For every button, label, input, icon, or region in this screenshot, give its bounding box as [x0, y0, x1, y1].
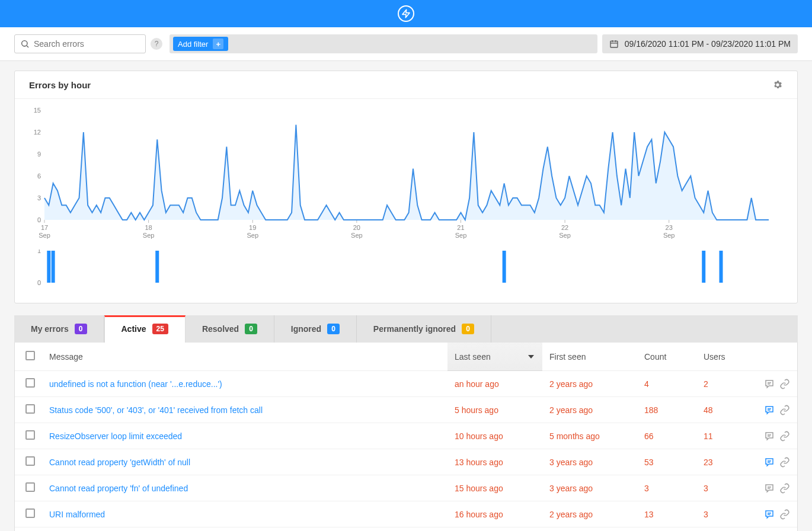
tab-count-badge: 25	[152, 324, 168, 334]
comment-icon[interactable]	[764, 509, 775, 520]
first-seen-cell: 7 months ago	[542, 527, 637, 532]
filter-bar[interactable]: Add filter +	[170, 34, 597, 53]
svg-text:Sep: Sep	[455, 232, 467, 239]
users-column-header[interactable]: Users	[696, 343, 756, 371]
row-checkbox[interactable]	[25, 404, 35, 414]
tab-label: Active	[122, 324, 146, 334]
first-seen-cell: 5 months ago	[542, 423, 637, 449]
comment-icon[interactable]	[764, 457, 775, 468]
svg-text:21: 21	[457, 224, 464, 231]
svg-text:20: 20	[353, 224, 360, 231]
tab-ignored[interactable]: Ignored0	[274, 315, 357, 343]
tab-my-errors[interactable]: My errors0	[14, 315, 104, 343]
svg-text:Sep: Sep	[663, 232, 675, 239]
svg-text:12: 12	[34, 129, 41, 136]
svg-rect-38	[155, 251, 159, 283]
link-icon[interactable]	[779, 379, 790, 389]
row-checkbox[interactable]	[25, 508, 35, 518]
chart-title: Errors by hour	[29, 80, 91, 90]
plus-icon: +	[213, 39, 223, 49]
link-icon[interactable]	[779, 431, 790, 442]
svg-text:22: 22	[561, 224, 568, 231]
help-icon[interactable]: ?	[151, 38, 162, 50]
row-checkbox[interactable]	[25, 456, 35, 466]
error-message-link[interactable]: ResizeObserver loop limit exceeded	[49, 431, 182, 441]
last-seen-column-header[interactable]: Last seen	[447, 343, 542, 371]
tab-resolved[interactable]: Resolved0	[186, 315, 274, 343]
svg-rect-37	[52, 251, 55, 283]
error-message-link[interactable]: undefined is not a function (near '...e.…	[49, 379, 222, 389]
errors-list-panel: My errors0Active25Resolved0Ignored0Perma…	[14, 315, 798, 531]
tab-label: Resolved	[202, 324, 239, 334]
svg-text:19: 19	[249, 224, 256, 231]
svg-text:18: 18	[145, 224, 152, 231]
first-seen-column-header[interactable]: First seen	[542, 343, 637, 371]
search-icon	[20, 39, 30, 49]
message-column-header[interactable]: Message	[42, 343, 447, 371]
count-cell: 2	[637, 527, 696, 532]
first-seen-cell: 2 years ago	[542, 371, 637, 397]
tab-active[interactable]: Active25	[104, 315, 186, 343]
tab-permanently-ignored[interactable]: Permanently ignored0	[357, 315, 491, 343]
row-checkbox[interactable]	[25, 430, 35, 440]
calendar-icon	[609, 39, 619, 49]
svg-text:3: 3	[37, 194, 41, 201]
app-header	[0, 0, 812, 27]
date-range-picker[interactable]: 09/16/2020 11:01 PM - 09/23/2020 11:01 P…	[602, 34, 798, 53]
svg-text:17: 17	[41, 224, 48, 231]
actions-column-header	[756, 343, 797, 371]
last-seen-cell: 5 hours ago	[447, 397, 542, 423]
svg-text:Sep: Sep	[247, 232, 258, 239]
gear-icon[interactable]	[772, 79, 783, 90]
select-all-checkbox[interactable]	[25, 351, 35, 360]
errors-chart: 0369121517Sep18Sep19Sep20Sep21Sep22Sep23…	[15, 99, 797, 249]
first-seen-cell: 3 years ago	[542, 475, 637, 501]
error-message-link[interactable]: Cannot read property 'getWidth' of null	[49, 458, 190, 467]
users-cell: 23	[696, 449, 756, 475]
row-checkbox[interactable]	[25, 378, 35, 388]
users-cell: 11	[696, 423, 756, 449]
comment-icon[interactable]	[764, 379, 775, 389]
count-cell: 4	[637, 371, 696, 397]
svg-rect-41	[720, 251, 723, 283]
count-column-header[interactable]: Count	[637, 343, 696, 371]
date-range-label: 09/16/2020 11:01 PM - 09/23/2020 11:01 P…	[625, 39, 791, 49]
comment-icon[interactable]	[764, 431, 775, 442]
tab-label: Permanently ignored	[373, 324, 456, 334]
mini-chart: 01	[15, 249, 797, 303]
users-cell: 3	[696, 501, 756, 527]
chart-panel-header: Errors by hour	[15, 71, 797, 99]
mini-chart-svg: 01	[27, 249, 775, 291]
errors-table: Message Last seen First seen Count Users…	[15, 343, 797, 531]
add-filter-button[interactable]: Add filter +	[173, 37, 228, 51]
tabs-bar: My errors0Active25Resolved0Ignored0Perma…	[14, 315, 798, 343]
chart-panel: Errors by hour 0369121517Sep18Sep19Sep20…	[14, 71, 798, 303]
svg-text:1: 1	[37, 249, 41, 254]
count-cell: 3	[637, 475, 696, 501]
comment-icon[interactable]	[764, 405, 775, 415]
table-row: ResizeObserver loop limit exceeded10 hou…	[15, 423, 797, 449]
svg-rect-40	[702, 251, 705, 283]
users-cell: 2	[696, 527, 756, 532]
row-checkbox[interactable]	[25, 482, 35, 492]
last-seen-cell: 16 hours ago	[447, 501, 542, 527]
error-message-link[interactable]: Cannot read property 'fn' of undefined	[49, 484, 188, 493]
last-seen-cell: 10 hours ago	[447, 423, 542, 449]
error-message-link[interactable]: Status code '500', or '403', or '401' re…	[49, 405, 263, 415]
link-icon[interactable]	[779, 509, 790, 520]
link-icon[interactable]	[779, 457, 790, 468]
search-input[interactable]	[14, 34, 146, 53]
table-row: Cannot read property 'getWidth' of null1…	[15, 449, 797, 475]
errors-table-wrap: Message Last seen First seen Count Users…	[14, 343, 798, 531]
users-cell: 2	[696, 371, 756, 397]
tab-count-badge: 0	[245, 324, 257, 334]
svg-text:6: 6	[37, 172, 41, 180]
svg-text:Sep: Sep	[351, 232, 363, 239]
link-icon[interactable]	[779, 483, 790, 494]
link-icon[interactable]	[779, 405, 790, 415]
last-seen-cell: 15 hours ago	[447, 475, 542, 501]
comment-icon[interactable]	[764, 483, 775, 494]
svg-line-2	[27, 46, 28, 47]
error-message-link[interactable]: URI malformed	[49, 510, 105, 519]
first-seen-cell: 2 years ago	[542, 397, 637, 423]
